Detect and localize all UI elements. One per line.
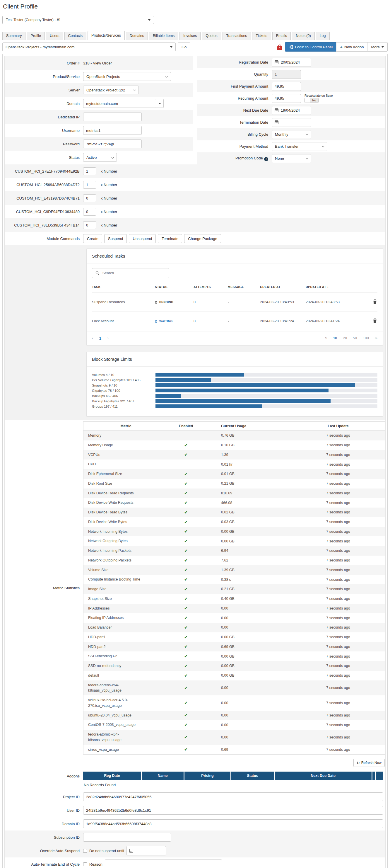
tab-quotes[interactable]: Quotes — [202, 32, 221, 40]
tab-domains[interactable]: Domains — [126, 32, 148, 40]
unsuspend-command-button[interactable]: Unsuspend — [129, 234, 156, 243]
more-button[interactable]: More — [367, 42, 388, 52]
tab-notes-0[interactable]: Notes (0) — [292, 32, 315, 40]
refresh-now-button[interactable]: ↻ Refresh Now — [353, 759, 385, 767]
tab-emails[interactable]: Emails — [272, 32, 291, 40]
pagination-page-size[interactable]: 10 — [333, 336, 337, 340]
pagination-next[interactable]: › — [107, 336, 109, 341]
pagination-page-size[interactable]: 5 — [325, 336, 327, 340]
storage-bar-fill — [156, 394, 181, 398]
terminate-reason-input[interactable] — [105, 860, 222, 868]
locked-service-icon[interactable] — [277, 46, 282, 50]
metric-last-update: 7 seconds ago — [291, 723, 385, 727]
pagination-prev[interactable]: ‹ — [92, 336, 93, 341]
metric-usage: 0.03 GB — [203, 520, 291, 524]
registration-date-input[interactable]: 20/03/2024 — [272, 58, 311, 67]
custom-field-input[interactable] — [83, 208, 96, 216]
tab-users[interactable]: Users — [46, 32, 63, 40]
subscription-id-input[interactable] — [83, 833, 171, 842]
domain-id-input[interactable] — [83, 819, 383, 828]
tab-profile[interactable]: Profile — [27, 32, 44, 40]
tab-invoices[interactable]: Invoices — [180, 32, 201, 40]
metric-last-update: 7 seconds ago — [291, 597, 385, 601]
username-input[interactable] — [83, 126, 142, 135]
login-control-panel-button[interactable]: Login to Control Panel — [285, 42, 336, 52]
recurring-amount-input[interactable] — [272, 94, 301, 103]
product-select[interactable]: OpenStack Projects - mytestdomain.com — [2, 42, 176, 51]
storage-limit-row: Per Volume Gigabytes 101 / 405 — [92, 378, 378, 382]
create-command-button[interactable]: Create — [83, 234, 102, 243]
tab-contacts[interactable]: Contacts — [64, 32, 86, 40]
tab-tickets[interactable]: Tickets — [252, 32, 271, 40]
tab-transactions[interactable]: Transactions — [223, 32, 251, 40]
metric-statistics-table: MetricEnabledCurrent UsageLast Update Me… — [83, 422, 385, 754]
order-value-link[interactable]: 318 - View Order — [83, 61, 112, 65]
client-profile-page: Client Profile Test Tester (Company Test… — [0, 3, 390, 868]
task-search-input[interactable] — [102, 271, 166, 276]
custom-field-input[interactable] — [83, 167, 96, 175]
storage-limit-row: Volumes 4 / 10 — [92, 373, 378, 377]
metric-row: Network Outgoing Packets✔7.627 seconds a… — [84, 556, 385, 565]
next-due-date-input[interactable]: 19/04/2024 — [272, 106, 311, 115]
metric-last-update: 7 seconds ago — [291, 635, 385, 639]
custom-field-input[interactable] — [83, 221, 96, 229]
metric-column-header: Enabled — [168, 424, 203, 428]
suspend-command-button[interactable]: Suspend — [104, 234, 127, 243]
task-delete-button[interactable] — [372, 318, 378, 324]
custom-field-row: CUSTOM_HCI_27E1F77094044E92Bx Number — [5, 164, 385, 178]
metric-name: Load Balancer — [88, 625, 112, 630]
product-toolbar: OpenStack Projects - mytestdomain.com Go… — [2, 42, 388, 52]
pagination-page-size[interactable]: 100 — [363, 336, 369, 340]
scheduled-task-row: Lock AccountWAITING0-2024-03-20 13:41:24… — [92, 311, 378, 331]
storage-bar-fill — [156, 389, 328, 393]
override-auto-suspend-checkbox[interactable] — [83, 849, 87, 853]
tab-billable-items[interactable]: Billable Items — [149, 32, 178, 40]
storage-bar-fill — [156, 378, 211, 382]
payment-method-select[interactable]: Bank Transfer — [272, 142, 327, 151]
pagination-page-size[interactable]: 20 — [343, 336, 347, 340]
tab-products-services[interactable]: Products/Services — [88, 31, 125, 40]
recurring-amount-label: Recurring Amount — [197, 96, 272, 100]
terminate-command-button[interactable]: Terminate — [158, 234, 182, 243]
domain-input[interactable] — [83, 99, 156, 108]
custom-field-input[interactable] — [83, 194, 96, 202]
metric-last-update: 7 seconds ago — [291, 443, 385, 447]
custom-field-input[interactable] — [83, 181, 96, 189]
termination-date-input[interactable] — [272, 118, 311, 127]
first-payment-input[interactable] — [272, 82, 301, 91]
pagination-page-size[interactable]: 50 — [353, 336, 357, 340]
metric-enabled-check-icon: ✔ — [185, 520, 188, 524]
task-delete-button[interactable] — [372, 299, 378, 305]
dedicated-ip-input[interactable] — [83, 113, 142, 121]
promotion-code-select[interactable]: None — [272, 154, 311, 163]
addons-column-header: Next Due Date — [274, 772, 372, 780]
billing-cycle-select[interactable]: Monthly — [272, 130, 311, 139]
pagination-page[interactable]: 1 — [99, 336, 101, 341]
storage-limit-label: Gigabytes 78 / 100 — [92, 389, 156, 393]
new-addon-button[interactable]: + New Addon — [336, 42, 367, 52]
sort-desc-icon[interactable]: ↓ — [326, 285, 329, 289]
recalculate-toggle[interactable]: No — [304, 98, 319, 103]
tab-log[interactable]: Log — [316, 32, 330, 40]
user-id-input[interactable] — [83, 806, 383, 815]
auto-terminate-checkbox[interactable] — [83, 862, 87, 866]
go-button[interactable]: Go — [178, 42, 190, 51]
domain-dropdown-button[interactable] — [156, 99, 164, 108]
change-package-command-button[interactable]: Change Package — [184, 234, 221, 243]
project-id-input[interactable] — [83, 793, 383, 801]
storage-bar-track — [156, 378, 378, 382]
addons-empty-text: No Records Found — [83, 780, 383, 789]
server-select[interactable]: Openstack Project (2/2 — [83, 86, 139, 94]
tab-summary[interactable]: Summary — [2, 32, 26, 40]
metric-enabled-check-icon: ✔ — [185, 577, 188, 582]
metric-enabled-check-icon: ✔ — [185, 723, 188, 727]
pagination-page-size[interactable]: ∞ — [375, 336, 378, 340]
info-icon[interactable]: i — [264, 157, 268, 161]
metric-enabled-check-icon: ✔ — [185, 529, 188, 534]
password-input[interactable] — [83, 140, 142, 148]
metric-enabled-check-icon: ✔ — [185, 747, 188, 752]
client-selector[interactable]: Test Tester (Company Tester) - #1 — [2, 16, 154, 24]
product-service-select[interactable]: OpenStack Projects — [83, 72, 171, 81]
suspend-until-date-input[interactable] — [127, 846, 166, 856]
status-select[interactable]: Active — [83, 153, 117, 162]
